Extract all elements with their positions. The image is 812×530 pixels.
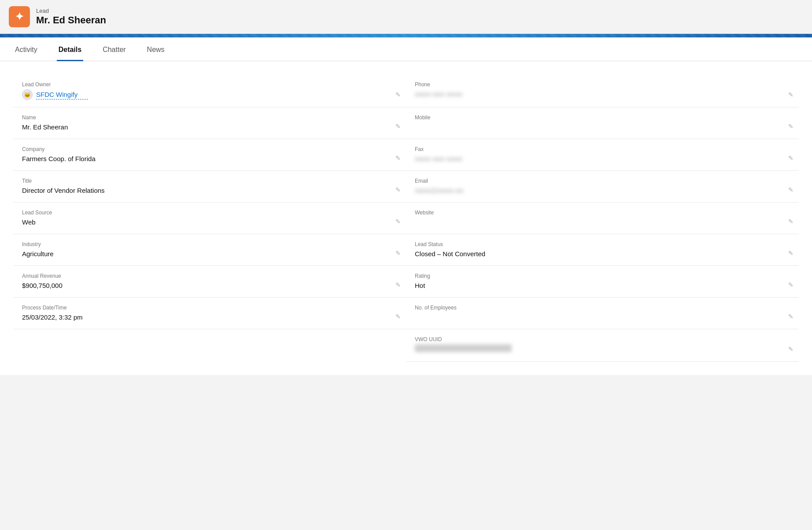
field-name-value: Mr. Ed Sheeran [22, 122, 397, 132]
field-website: Website ✎ [406, 202, 799, 234]
field-title: Title Director of Vendor Relations ✎ [13, 171, 406, 202]
field-title-value: Director of Vendor Relations [22, 186, 397, 195]
field-label-phone: Phone [415, 81, 790, 88]
field-name: Name Mr. Ed Sheeran ✎ [13, 107, 406, 139]
field-annual-revenue-value: $900,750,000 [22, 281, 397, 290]
field-phone: Phone ●●●● ●●● ●●●● ✎ [406, 74, 799, 107]
tab-activity[interactable]: Activity [13, 38, 39, 61]
field-lead-status: Lead Status Closed – Not Converted ✎ [406, 234, 799, 266]
edit-lead-owner-icon[interactable]: ✎ [395, 91, 401, 98]
edit-mobile-icon[interactable]: ✎ [788, 123, 794, 130]
field-label-vwo-uuid: VWO UUID [415, 336, 790, 342]
tab-details[interactable]: Details [57, 38, 83, 61]
field-email-value: ●●●●@●●●●.●● [415, 186, 790, 195]
fields-grid: Lead Owner 🐱 SFDC Wingify ✎ Phone ●●●● ●… [13, 74, 799, 362]
field-process-datetime: Process Date/Time 25/03/2022, 3:32 pm ✎ [13, 298, 406, 329]
field-phone-value: ●●●● ●●● ●●●● [415, 89, 790, 99]
field-rating: Rating Hot ✎ [406, 266, 799, 298]
details-content: Lead Owner 🐱 SFDC Wingify ✎ Phone ●●●● ●… [0, 61, 812, 375]
field-label-lead-owner: Lead Owner [22, 81, 397, 88]
edit-website-icon[interactable]: ✎ [788, 218, 794, 225]
field-fax-value: ●●●● ●●● ●●●● [415, 154, 790, 163]
field-industry: Industry Agriculture ✎ [13, 234, 406, 266]
lead-owner-value[interactable]: SFDC Wingify [36, 90, 88, 99]
object-type-label: Lead [36, 7, 106, 15]
tab-news[interactable]: News [145, 38, 166, 61]
field-label-fax: Fax [415, 146, 790, 152]
edit-company-icon[interactable]: ✎ [395, 155, 401, 162]
edit-num-employees-icon[interactable]: ✎ [788, 313, 794, 320]
field-label-rating: Rating [415, 273, 790, 279]
edit-email-icon[interactable]: ✎ [788, 186, 794, 193]
field-process-datetime-value: 25/03/2022, 3:32 pm [22, 313, 397, 322]
edit-annual-revenue-icon[interactable]: ✎ [395, 281, 401, 288]
field-annual-revenue: Annual Revenue $900,750,000 ✎ [13, 266, 406, 298]
edit-phone-icon[interactable]: ✎ [788, 91, 794, 98]
owner-avatar: 🐱 [22, 89, 33, 100]
field-company-value: Farmers Coop. of Florida [22, 154, 397, 163]
field-label-annual-revenue: Annual Revenue [22, 273, 397, 279]
edit-rating-icon[interactable]: ✎ [788, 281, 794, 288]
field-label-website: Website [415, 210, 790, 216]
field-label-email: Email [415, 178, 790, 184]
field-vwo-uuid: VWO UUID ✎ [406, 329, 799, 362]
field-label-lead-status: Lead Status [415, 241, 790, 247]
field-rating-value: Hot [415, 281, 790, 290]
edit-lead-status-icon[interactable]: ✎ [788, 250, 794, 257]
lead-name-heading: Mr. Ed Sheeran [36, 15, 106, 26]
edit-lead-source-icon[interactable]: ✎ [395, 218, 401, 225]
field-num-employees-value [415, 313, 790, 321]
header-text: Lead Mr. Ed Sheeran [36, 7, 106, 26]
field-label-industry: Industry [22, 241, 397, 247]
field-label-title: Title [22, 178, 397, 184]
field-vwo-uuid-value [415, 344, 790, 354]
field-lead-owner: Lead Owner 🐱 SFDC Wingify ✎ [13, 74, 406, 107]
field-lead-source-value: Web [22, 217, 397, 227]
lead-icon: ✦ [9, 6, 30, 27]
field-fax: Fax ●●●● ●●● ●●●● ✎ [406, 139, 799, 171]
vwo-uuid-blurred-bar [415, 344, 512, 352]
edit-title-icon[interactable]: ✎ [395, 186, 401, 193]
field-lead-status-value: Closed – Not Converted [415, 249, 790, 258]
field-company: Company Farmers Coop. of Florida ✎ [13, 139, 406, 171]
field-industry-value: Agriculture [22, 249, 397, 258]
edit-vwo-uuid-icon[interactable]: ✎ [788, 346, 794, 353]
field-label-name: Name [22, 114, 397, 121]
edit-industry-icon[interactable]: ✎ [395, 250, 401, 257]
edit-name-icon[interactable]: ✎ [395, 123, 401, 130]
field-label-mobile: Mobile [415, 114, 790, 121]
page-header: ✦ Lead Mr. Ed Sheeran [0, 0, 812, 34]
edit-fax-icon[interactable]: ✎ [788, 155, 794, 162]
field-mobile: Mobile ✎ [406, 107, 799, 139]
field-label-num-employees: No. of Employees [415, 305, 790, 311]
lead-owner-row: 🐱 SFDC Wingify [22, 89, 397, 100]
field-num-employees: No. of Employees ✎ [406, 298, 799, 329]
field-label-company: Company [22, 146, 397, 152]
blue-stripe-decoration [0, 34, 812, 37]
field-lead-source: Lead Source Web ✎ [13, 202, 406, 234]
field-label-lead-source: Lead Source [22, 210, 397, 216]
field-label-process-datetime: Process Date/Time [22, 305, 397, 311]
tabs-bar: Activity Details Chatter News [0, 37, 812, 61]
tab-chatter[interactable]: Chatter [101, 38, 127, 61]
field-website-value [415, 217, 790, 226]
field-email: Email ●●●●@●●●●.●● ✎ [406, 171, 799, 202]
edit-process-datetime-icon[interactable]: ✎ [395, 313, 401, 320]
field-mobile-value [415, 122, 790, 131]
